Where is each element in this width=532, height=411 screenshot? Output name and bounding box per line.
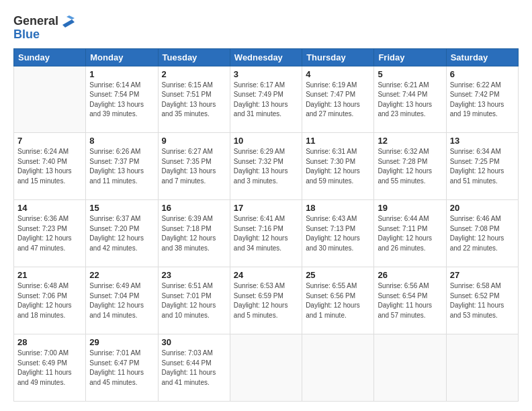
calendar-cell: 16Sunrise: 6:39 AM Sunset: 7:18 PM Dayli…	[158, 200, 230, 267]
day-number: 22	[89, 270, 154, 280]
day-info: Sunrise: 6:26 AM Sunset: 7:37 PM Dayligh…	[89, 147, 154, 186]
day-number: 27	[450, 270, 515, 280]
day-number: 7	[17, 136, 82, 146]
day-info: Sunrise: 6:41 AM Sunset: 7:16 PM Dayligh…	[234, 214, 298, 253]
day-header-thursday: Thursday	[302, 48, 374, 66]
logo-general: General	[13, 14, 58, 28]
header: General Blue	[13, 12, 519, 42]
day-info: Sunrise: 6:55 AM Sunset: 6:56 PM Dayligh…	[306, 281, 370, 320]
day-header-friday: Friday	[374, 48, 446, 66]
calendar-week-2: 7Sunrise: 6:24 AM Sunset: 7:40 PM Daylig…	[14, 133, 519, 200]
day-number: 10	[234, 136, 298, 146]
day-number: 23	[162, 270, 226, 280]
day-info: Sunrise: 6:24 AM Sunset: 7:40 PM Dayligh…	[17, 147, 82, 186]
day-header-tuesday: Tuesday	[158, 48, 230, 66]
logo: General Blue	[13, 15, 75, 42]
day-number: 15	[89, 203, 154, 213]
day-info: Sunrise: 6:39 AM Sunset: 7:18 PM Dayligh…	[162, 214, 226, 253]
logo-icon	[60, 13, 75, 28]
day-info: Sunrise: 7:03 AM Sunset: 6:44 PM Dayligh…	[162, 349, 226, 387]
day-info: Sunrise: 6:22 AM Sunset: 7:42 PM Dayligh…	[450, 81, 515, 120]
calendar-cell: 17Sunrise: 6:41 AM Sunset: 7:16 PM Dayli…	[230, 200, 302, 267]
calendar-cell: 7Sunrise: 6:24 AM Sunset: 7:40 PM Daylig…	[14, 133, 86, 200]
calendar-cell: 2Sunrise: 6:15 AM Sunset: 7:51 PM Daylig…	[158, 66, 230, 133]
calendar-cell: 14Sunrise: 6:36 AM Sunset: 7:23 PM Dayli…	[14, 200, 86, 267]
day-info: Sunrise: 6:44 AM Sunset: 7:11 PM Dayligh…	[378, 214, 442, 253]
calendar-cell: 4Sunrise: 6:19 AM Sunset: 7:47 PM Daylig…	[302, 66, 374, 133]
calendar-cell: 25Sunrise: 6:55 AM Sunset: 6:56 PM Dayli…	[302, 267, 374, 334]
day-info: Sunrise: 7:01 AM Sunset: 6:47 PM Dayligh…	[89, 349, 154, 387]
day-number: 28	[17, 337, 82, 347]
calendar-cell: 5Sunrise: 6:21 AM Sunset: 7:44 PM Daylig…	[374, 66, 446, 133]
day-number: 8	[89, 136, 154, 146]
day-info: Sunrise: 6:34 AM Sunset: 7:25 PM Dayligh…	[450, 147, 515, 186]
day-number: 11	[306, 136, 370, 146]
calendar-cell: 30Sunrise: 7:03 AM Sunset: 6:44 PM Dayli…	[158, 334, 230, 402]
calendar-cell: 18Sunrise: 6:43 AM Sunset: 7:13 PM Dayli…	[302, 200, 374, 267]
calendar-cell: 27Sunrise: 6:58 AM Sunset: 6:52 PM Dayli…	[446, 267, 518, 334]
calendar-cell: 15Sunrise: 6:37 AM Sunset: 7:20 PM Dayli…	[86, 200, 158, 267]
day-header-wednesday: Wednesday	[230, 48, 302, 66]
day-info: Sunrise: 6:27 AM Sunset: 7:35 PM Dayligh…	[162, 147, 226, 186]
day-info: Sunrise: 6:46 AM Sunset: 7:08 PM Dayligh…	[450, 214, 515, 253]
day-number: 14	[17, 203, 82, 213]
day-number: 5	[378, 69, 442, 79]
calendar-cell: 12Sunrise: 6:32 AM Sunset: 7:28 PM Dayli…	[374, 133, 446, 200]
calendar-cell: 1Sunrise: 6:14 AM Sunset: 7:54 PM Daylig…	[86, 66, 158, 133]
day-number: 6	[450, 69, 515, 79]
calendar-cell: 29Sunrise: 7:01 AM Sunset: 6:47 PM Dayli…	[86, 334, 158, 402]
calendar-cell	[374, 334, 446, 402]
calendar-cell: 11Sunrise: 6:31 AM Sunset: 7:30 PM Dayli…	[302, 133, 374, 200]
day-number: 26	[378, 270, 442, 280]
calendar-cell: 6Sunrise: 6:22 AM Sunset: 7:42 PM Daylig…	[446, 66, 518, 133]
day-header-monday: Monday	[86, 48, 158, 66]
calendar-cell: 8Sunrise: 6:26 AM Sunset: 7:37 PM Daylig…	[86, 133, 158, 200]
calendar-table: SundayMondayTuesdayWednesdayThursdayFrid…	[13, 48, 519, 402]
day-number: 18	[306, 203, 370, 213]
calendar-cell: 13Sunrise: 6:34 AM Sunset: 7:25 PM Dayli…	[446, 133, 518, 200]
calendar-cell	[230, 334, 302, 402]
logo-blue: Blue	[13, 28, 40, 41]
day-number: 12	[378, 136, 442, 146]
day-number: 13	[450, 136, 515, 146]
day-number: 30	[162, 337, 226, 347]
calendar-week-3: 14Sunrise: 6:36 AM Sunset: 7:23 PM Dayli…	[14, 200, 519, 267]
day-number: 16	[162, 203, 226, 213]
calendar-cell	[302, 334, 374, 402]
day-number: 19	[378, 203, 442, 213]
calendar-week-5: 28Sunrise: 7:00 AM Sunset: 6:49 PM Dayli…	[14, 334, 519, 402]
day-info: Sunrise: 6:15 AM Sunset: 7:51 PM Dayligh…	[162, 81, 226, 120]
calendar-cell	[446, 334, 518, 402]
day-info: Sunrise: 6:14 AM Sunset: 7:54 PM Dayligh…	[89, 81, 154, 120]
svg-marker-0	[62, 19, 75, 28]
day-info: Sunrise: 6:56 AM Sunset: 6:54 PM Dayligh…	[378, 281, 442, 320]
calendar-cell: 24Sunrise: 6:53 AM Sunset: 6:59 PM Dayli…	[230, 267, 302, 334]
day-number: 25	[306, 270, 370, 280]
day-number: 2	[162, 69, 226, 79]
calendar-week-4: 21Sunrise: 6:48 AM Sunset: 7:06 PM Dayli…	[14, 267, 519, 334]
calendar-cell: 22Sunrise: 6:49 AM Sunset: 7:04 PM Dayli…	[86, 267, 158, 334]
day-info: Sunrise: 6:58 AM Sunset: 6:52 PM Dayligh…	[450, 281, 515, 320]
day-header-saturday: Saturday	[446, 48, 518, 66]
day-info: Sunrise: 6:51 AM Sunset: 7:01 PM Dayligh…	[162, 281, 226, 320]
day-number: 24	[234, 270, 298, 280]
day-info: Sunrise: 6:37 AM Sunset: 7:20 PM Dayligh…	[89, 214, 154, 253]
calendar-cell: 19Sunrise: 6:44 AM Sunset: 7:11 PM Dayli…	[374, 200, 446, 267]
day-info: Sunrise: 6:29 AM Sunset: 7:32 PM Dayligh…	[234, 147, 298, 186]
day-info: Sunrise: 6:31 AM Sunset: 7:30 PM Dayligh…	[306, 147, 370, 186]
calendar-cell: 3Sunrise: 6:17 AM Sunset: 7:49 PM Daylig…	[230, 66, 302, 133]
calendar-cell	[14, 66, 86, 133]
page: General Blue SundayMondayTuesdayWednesda…	[0, 0, 532, 411]
day-number: 1	[89, 69, 154, 79]
day-number: 21	[17, 270, 82, 280]
day-info: Sunrise: 7:00 AM Sunset: 6:49 PM Dayligh…	[17, 349, 82, 387]
calendar-cell: 10Sunrise: 6:29 AM Sunset: 7:32 PM Dayli…	[230, 133, 302, 200]
day-info: Sunrise: 6:53 AM Sunset: 6:59 PM Dayligh…	[234, 281, 298, 320]
day-info: Sunrise: 6:43 AM Sunset: 7:13 PM Dayligh…	[306, 214, 370, 253]
calendar-cell: 21Sunrise: 6:48 AM Sunset: 7:06 PM Dayli…	[14, 267, 86, 334]
calendar-cell: 28Sunrise: 7:00 AM Sunset: 6:49 PM Dayli…	[14, 334, 86, 402]
day-info: Sunrise: 6:19 AM Sunset: 7:47 PM Dayligh…	[306, 81, 370, 120]
day-info: Sunrise: 6:49 AM Sunset: 7:04 PM Dayligh…	[89, 281, 154, 320]
day-number: 20	[450, 203, 515, 213]
calendar-header-row: SundayMondayTuesdayWednesdayThursdayFrid…	[14, 48, 519, 66]
